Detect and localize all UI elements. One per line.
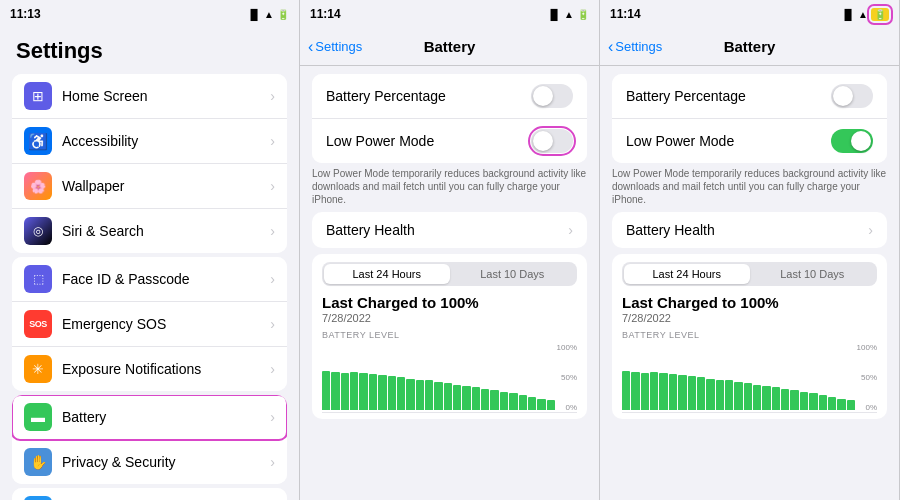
wifi-icon: ▲ xyxy=(264,9,274,20)
time-tabs-2: Last 24 Hours Last 10 Days Last Charged … xyxy=(312,254,587,419)
bar xyxy=(716,380,724,410)
settings-group-2: ⬚ Face ID & Passcode › SOS Emergency SOS… xyxy=(12,257,287,391)
back-button-2[interactable]: ‹ Settings xyxy=(308,38,362,56)
bar xyxy=(537,399,545,410)
low-power-desc-2: Low Power Mode temporarily reduces backg… xyxy=(312,167,587,206)
bar xyxy=(725,380,733,410)
back-label-2: Settings xyxy=(315,39,362,54)
time-1: 11:13 xyxy=(10,7,41,21)
chevron-exposure: › xyxy=(270,361,275,377)
low-power-desc-3: Low Power Mode temporarily reduces backg… xyxy=(612,167,887,206)
battery-panel-off: 11:14 ▐▌ ▲ 🔋 ‹ Settings Battery Battery … xyxy=(300,0,600,500)
bars-3 xyxy=(622,343,877,410)
battery-content-on: Battery Percentage Low Power Mode Low Po… xyxy=(600,66,899,500)
bar xyxy=(397,377,405,410)
bar xyxy=(753,385,761,410)
settings-row-accessibility[interactable]: ♿ Accessibility › xyxy=(12,119,287,164)
signal-icon-3: ▐▌ xyxy=(841,9,855,20)
chart-labels-2: 100% 50% 0% xyxy=(557,343,577,412)
toggle-row-pct-3[interactable]: Battery Percentage xyxy=(612,74,887,119)
tab-24h-2[interactable]: Last 24 Hours xyxy=(324,264,450,284)
settings-row-wallpaper[interactable]: 🌸 Wallpaper › xyxy=(12,164,287,209)
bar xyxy=(809,393,817,410)
bar xyxy=(772,387,780,410)
label-50-2: 50% xyxy=(561,373,577,382)
toggle-knob-pct-3 xyxy=(833,86,853,106)
battery-health-row-3[interactable]: Battery Health › xyxy=(612,212,887,248)
chevron-health-2: › xyxy=(568,222,573,238)
settings-row-battery[interactable]: ▬ Battery › xyxy=(12,395,287,440)
chevron-privacy: › xyxy=(270,454,275,470)
tab-10d-3[interactable]: Last 10 Days xyxy=(750,264,876,284)
toggle-row-lowpower-2[interactable]: Low Power Mode xyxy=(312,119,587,163)
battery-pct-label-3: Battery Percentage xyxy=(626,88,746,104)
battery-status-icon-3: 🔋 xyxy=(871,8,889,21)
toggle-row-lowpower-3[interactable]: Low Power Mode xyxy=(612,119,887,163)
chevron-wallpaper: › xyxy=(270,178,275,194)
chevron-health-3: › xyxy=(868,222,873,238)
status-bar-1: 11:13 ▐▌ ▲ 🔋 xyxy=(0,0,299,28)
label-100-3: 100% xyxy=(857,343,877,352)
settings-row-exposure[interactable]: ✳ Exposure Notifications › xyxy=(12,347,287,391)
bar xyxy=(847,400,855,410)
back-button-3[interactable]: ‹ Settings xyxy=(608,38,662,56)
bar xyxy=(790,390,798,410)
nav-title-2: Battery xyxy=(424,38,476,55)
battery-health-label-2: Battery Health xyxy=(326,222,415,238)
bar xyxy=(697,377,705,410)
low-power-label-2: Low Power Mode xyxy=(326,133,434,149)
bar xyxy=(800,392,808,410)
bars-2 xyxy=(322,343,577,410)
wallpaper-icon: 🌸 xyxy=(24,172,52,200)
toggle-battery-pct-2[interactable] xyxy=(531,84,573,108)
bar xyxy=(481,389,489,410)
bar xyxy=(416,380,424,410)
nav-title-3: Battery xyxy=(724,38,776,55)
bar xyxy=(528,397,536,410)
status-bar-2: 11:14 ▐▌ ▲ 🔋 xyxy=(300,0,599,28)
settings-group-1: ⊞ Home Screen › ♿ Accessibility › 🌸 Wall… xyxy=(12,74,287,253)
wifi-icon-3: ▲ xyxy=(858,9,868,20)
exposure-icon: ✳ xyxy=(24,355,52,383)
settings-row-siri[interactable]: ◎ Siri & Search › xyxy=(12,209,287,253)
battery-icon-row: ▬ xyxy=(24,403,52,431)
back-label-3: Settings xyxy=(615,39,662,54)
settings-row-appstore[interactable]: 🅐 App Store › xyxy=(12,488,287,500)
tab-10d-2[interactable]: Last 10 Days xyxy=(450,264,576,284)
settings-row-sos[interactable]: SOS Emergency SOS › xyxy=(12,302,287,347)
chart-2: 100% 50% 0% xyxy=(322,343,577,413)
bar xyxy=(744,383,752,410)
battery-level-label-3: BATTERY LEVEL xyxy=(622,330,877,340)
bar xyxy=(434,382,442,410)
bar xyxy=(519,395,527,410)
chevron-home: › xyxy=(270,88,275,104)
bar xyxy=(828,397,836,410)
bar xyxy=(388,376,396,410)
settings-row-faceid[interactable]: ⬚ Face ID & Passcode › xyxy=(12,257,287,302)
settings-panel: 11:13 ▐▌ ▲ 🔋 Settings ⊞ Home Screen › ♿ … xyxy=(0,0,300,500)
time-tabs-3: Last 24 Hours Last 10 Days Last Charged … xyxy=(612,254,887,419)
bar xyxy=(462,386,470,410)
bar xyxy=(622,371,630,410)
toggle-low-power-2[interactable] xyxy=(531,129,573,153)
toggle-low-power-3[interactable] xyxy=(831,129,873,153)
appstore-icon: 🅐 xyxy=(24,496,52,500)
bar xyxy=(734,382,742,410)
battery-level-label-2: BATTERY LEVEL xyxy=(322,330,577,340)
settings-row-privacy[interactable]: ✋ Privacy & Security › xyxy=(12,440,287,484)
bar xyxy=(425,380,433,410)
toggle-row-pct-2[interactable]: Battery Percentage xyxy=(312,74,587,119)
bar xyxy=(350,372,358,410)
bar xyxy=(669,374,677,410)
bar xyxy=(650,372,658,410)
sos-label: Emergency SOS xyxy=(62,316,270,332)
battery-health-row-2[interactable]: Battery Health › xyxy=(312,212,587,248)
settings-row-home[interactable]: ⊞ Home Screen › xyxy=(12,74,287,119)
tab-24h-3[interactable]: Last 24 Hours xyxy=(624,264,750,284)
bar xyxy=(688,376,696,410)
label-50-3: 50% xyxy=(861,373,877,382)
label-0-3: 0% xyxy=(865,403,877,412)
bar xyxy=(453,385,461,410)
bar xyxy=(509,393,517,410)
toggle-battery-pct-3[interactable] xyxy=(831,84,873,108)
